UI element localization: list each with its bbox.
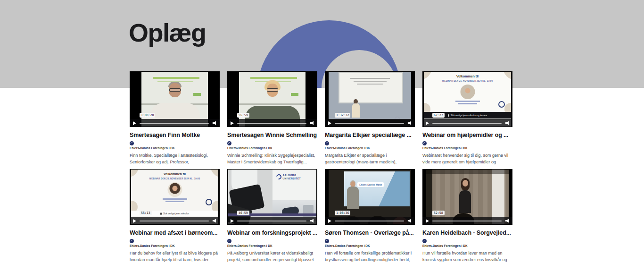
university-brand-line2: UNIVERSITET bbox=[283, 177, 301, 180]
player-controls bbox=[130, 217, 220, 225]
progress-bar[interactable] bbox=[432, 221, 502, 221]
volume-icon[interactable] bbox=[310, 121, 314, 125]
channel-name[interactable]: Ehlers-Danlos Foreningen i DK bbox=[130, 244, 220, 247]
progress-bar[interactable] bbox=[140, 123, 209, 124]
volume-icon[interactable] bbox=[212, 219, 216, 223]
volume-icon[interactable] bbox=[310, 219, 314, 223]
video-title[interactable]: Smertesagen Finn Moltke bbox=[130, 132, 220, 138]
duration-badge: 1:32:32 bbox=[335, 113, 350, 118]
progress-bar[interactable] bbox=[335, 221, 404, 221]
video-description: Webinaret henvender sig til dig, som ger… bbox=[422, 153, 512, 166]
play-icon[interactable] bbox=[231, 121, 234, 125]
video-thumbnail[interactable]: Velkommen til WEBINAR DEN 21. NOVEMBER 2… bbox=[422, 71, 512, 127]
video-thumbnail[interactable]: 55:59 bbox=[227, 71, 317, 127]
microphone-icon bbox=[448, 114, 449, 117]
volume-icon[interactable] bbox=[505, 219, 509, 223]
channel-logo-icon bbox=[227, 239, 231, 243]
player-controls bbox=[325, 217, 415, 225]
video-thumbnail[interactable]: 1:08:28 bbox=[130, 71, 220, 127]
duration-badge: 46:59 bbox=[237, 211, 249, 216]
eds-logo-icon bbox=[498, 101, 505, 108]
channel-name[interactable]: Ehlers-Danlos Foreningen i DK bbox=[227, 244, 317, 247]
microphone-icon bbox=[160, 212, 162, 215]
play-icon[interactable] bbox=[231, 219, 234, 223]
play-icon[interactable] bbox=[426, 219, 429, 223]
video-card: 1:32:32 Margarita Elkjær speciallæge ...… bbox=[325, 71, 415, 169]
duration-badge: 55:59 bbox=[237, 113, 249, 118]
video-card: Velkommen til WEBINAR DEN 21. NOVEMBER 2… bbox=[422, 71, 512, 169]
play-icon[interactable] bbox=[328, 121, 331, 125]
volume-icon[interactable] bbox=[212, 121, 216, 125]
thumbnail-image: Velkommen til WEBINAR DEN 21. NOVEMBER 2… bbox=[424, 72, 511, 127]
play-icon[interactable] bbox=[426, 121, 429, 125]
video-title[interactable]: Søren Thomsen - Overlæge på... bbox=[325, 230, 415, 236]
thumbnail-image bbox=[329, 72, 411, 127]
duration-badge: 1:08:36 bbox=[335, 211, 350, 216]
progress-bar[interactable] bbox=[237, 221, 306, 221]
video-title[interactable]: Webinar med afsæt i børneom... bbox=[130, 230, 220, 236]
volume-icon[interactable] bbox=[407, 121, 412, 125]
progress-bar[interactable] bbox=[335, 123, 404, 124]
video-thumbnail[interactable]: Ehlers-Danlos Møde 1:08:36 bbox=[325, 169, 415, 225]
channel-logo-icon bbox=[422, 141, 427, 145]
progress-bar[interactable] bbox=[432, 123, 502, 124]
page-title: Oplæg bbox=[129, 19, 206, 47]
slide-subtitle: WEBINAR DEN 21. NOVEMBER 2024 KL. 17:00 bbox=[424, 80, 511, 82]
eds-logo-icon bbox=[206, 199, 212, 205]
volume-icon[interactable] bbox=[505, 121, 509, 125]
video-card: 55:59 Smertesagen Winnie Schmelling Ehle… bbox=[227, 71, 317, 169]
video-card: AALBORGUNIVERSITET 46:59 Webinar om fors… bbox=[227, 169, 317, 267]
speaker-photo bbox=[460, 85, 475, 99]
video-title[interactable]: Margarita Elkjær speciallæge ... bbox=[325, 132, 415, 138]
video-thumbnail[interactable]: 1:32:32 bbox=[325, 71, 415, 127]
channel-logo-icon bbox=[325, 141, 329, 145]
channel-name[interactable]: Ehlers-Danlos Foreningen i DK bbox=[422, 244, 512, 247]
player-controls bbox=[422, 119, 512, 127]
thumbnail-image: Velkommen til WEBINAR DEN 28. NOVEMBER 2… bbox=[131, 170, 218, 224]
video-title[interactable]: Karen Heidelbach - Sorgvejled... bbox=[422, 230, 512, 236]
slide-subtitle: WEBINAR DEN 28. NOVEMBER 2024 KL. 19:00 bbox=[131, 178, 218, 180]
video-title[interactable]: Smertesagen Winnie Schmelling bbox=[227, 132, 317, 138]
player-controls bbox=[325, 119, 415, 127]
play-icon[interactable] bbox=[133, 121, 136, 125]
video-description: Har du behov for eller lyst til at blive… bbox=[130, 250, 220, 264]
progress-bar[interactable] bbox=[140, 221, 209, 221]
video-description: Finn Moltke, Speciallæge i anæstesiologi… bbox=[130, 153, 220, 166]
video-title[interactable]: Webinar om hjælpemidler og ... bbox=[422, 132, 512, 138]
duration-badge: 67:27 bbox=[432, 113, 445, 118]
progress-bar[interactable] bbox=[237, 123, 306, 124]
video-description: Margarita Elkjær er speciallæge i gastro… bbox=[325, 153, 415, 166]
aalborg-university-logo-icon bbox=[275, 173, 282, 180]
play-icon[interactable] bbox=[328, 219, 331, 223]
volume-icon[interactable] bbox=[407, 219, 412, 223]
channel-name[interactable]: Ehlers-Danlos Foreningen i DK bbox=[325, 244, 415, 247]
video-thumbnail[interactable]: Velkommen til WEBINAR DEN 28. NOVEMBER 2… bbox=[130, 169, 220, 225]
channel-name[interactable]: Ehlers-Danlos Foreningen i DK bbox=[422, 146, 512, 150]
player-controls bbox=[422, 217, 512, 225]
player-controls bbox=[227, 119, 317, 127]
video-description: Winnie Schmelling: Klinisk Sygeplejespec… bbox=[227, 153, 317, 166]
thumbnail-image bbox=[426, 170, 509, 224]
video-card: Ehlers-Danlos Møde 1:08:36 Søren Thomsen… bbox=[325, 169, 415, 267]
thumbnail-image: AALBORGUNIVERSITET bbox=[228, 170, 316, 224]
player-controls bbox=[227, 217, 317, 225]
channel-logo-icon bbox=[130, 141, 134, 145]
university-brand-line1: AALBORG bbox=[283, 174, 297, 177]
thumbnail-image bbox=[239, 72, 305, 127]
video-card: 1:08:28 Smertesagen Finn Moltke Ehlers-D… bbox=[130, 71, 220, 169]
channel-logo-icon bbox=[325, 239, 329, 243]
video-card: Velkommen til WEBINAR DEN 28. NOVEMBER 2… bbox=[130, 169, 220, 267]
channel-name[interactable]: Ehlers-Danlos Foreningen i DK bbox=[325, 146, 415, 150]
speaker-photo bbox=[167, 182, 182, 197]
duration-badge: 55:13 bbox=[140, 211, 152, 216]
play-icon[interactable] bbox=[133, 219, 136, 223]
video-description: Hun vil fortælle hvordan lever man med e… bbox=[422, 250, 512, 264]
channel-name[interactable]: Ehlers-Danlos Foreningen i DK bbox=[227, 146, 317, 150]
duration-badge: 1:08:28 bbox=[140, 113, 155, 118]
video-thumbnail[interactable]: 52:58 bbox=[422, 169, 512, 225]
video-thumbnail[interactable]: AALBORGUNIVERSITET 46:59 bbox=[227, 169, 317, 225]
slide-footer: Sluk venligst jeres mikrofon bbox=[163, 212, 189, 215]
video-title[interactable]: Webinar om forskningsprojekt ... bbox=[227, 230, 317, 236]
channel-logo-icon bbox=[422, 239, 427, 243]
channel-name[interactable]: Ehlers-Danlos Foreningen i DK bbox=[130, 146, 220, 150]
